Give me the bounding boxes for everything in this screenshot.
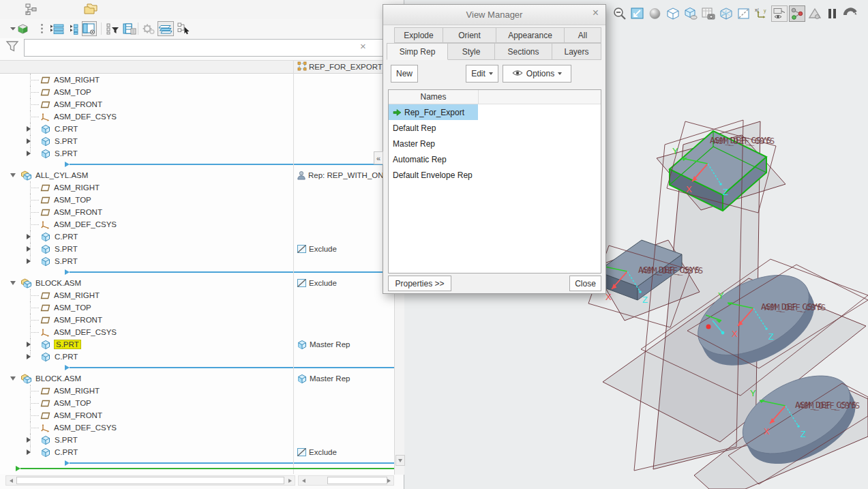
tree-row[interactable]: ASM_DEF_CSYS (0, 326, 394, 338)
tab-layers[interactable]: Layers (552, 43, 601, 60)
tree-row[interactable]: ASM_RIGHT (0, 74, 394, 86)
tree-row[interactable]: C.PRT (0, 231, 394, 243)
view-cube-icon[interactable] (15, 21, 30, 36)
edit-dropdown-button[interactable]: Edit (466, 65, 498, 83)
expand-arrow-icon[interactable] (27, 258, 31, 264)
new-button[interactable]: New (391, 65, 418, 83)
list-header[interactable]: Names (389, 90, 601, 104)
rep-list-item[interactable]: Default Envelope Rep (389, 167, 601, 183)
rep-list-item[interactable]: Rep_For_Export (389, 104, 601, 120)
tree-row[interactable]: BLOCK.ASMMaster Rep (0, 372, 394, 385)
scroll-right-button[interactable] (285, 476, 295, 485)
scroll-down-button[interactable] (395, 455, 405, 466)
tab-sections[interactable]: Sections (494, 43, 552, 60)
pause-icon[interactable] (824, 5, 841, 22)
tree-row[interactable]: ASM_FRONT (0, 98, 394, 110)
zoom-out-icon[interactable] (612, 5, 628, 22)
rep-status[interactable]: Exclude (293, 243, 394, 255)
expand-arrow-icon[interactable] (27, 449, 31, 455)
folders-icon[interactable] (83, 3, 100, 18)
tab-orient[interactable]: Orient (443, 27, 496, 43)
scrollbar-thumb[interactable] (327, 477, 387, 484)
tree-row[interactable]: S.PRT (0, 135, 394, 147)
search-input[interactable] (24, 39, 384, 57)
rep-list-item[interactable]: Automatic Rep (389, 151, 601, 167)
scroll-left-button[interactable] (6, 476, 16, 485)
expand-arrow-icon[interactable] (27, 126, 31, 132)
expand-all-icon[interactable] (49, 21, 64, 36)
tree-row[interactable]: ASM_FRONT (0, 409, 394, 421)
expand-arrow-icon[interactable] (27, 246, 31, 252)
tree-row[interactable]: ASM_DEF_CSYS (0, 110, 394, 123)
expand-arrow-icon[interactable] (27, 138, 31, 144)
collapse-arrow-icon[interactable] (10, 281, 16, 285)
wireframe-icon[interactable] (718, 5, 734, 22)
filter-funnel-icon[interactable] (5, 40, 20, 56)
tree-row[interactable]: C.PRT (0, 351, 394, 363)
ellipsis-icon[interactable] (34, 21, 49, 36)
refit-icon[interactable] (629, 5, 646, 22)
tree-row[interactable]: ASM_RIGHT (0, 289, 394, 301)
rep-status[interactable]: Exclude (293, 446, 394, 458)
scroll-left-button[interactable] (299, 476, 308, 485)
rep-list-item[interactable]: Default Rep (389, 120, 601, 136)
hidden-line-icon[interactable] (736, 5, 752, 22)
settings-gear-icon[interactable] (141, 21, 156, 36)
model-tree-icon[interactable] (25, 3, 38, 18)
spin-center-icon[interactable] (789, 5, 805, 22)
panel-collapse-button[interactable]: « (374, 151, 383, 164)
perspective-icon[interactable] (807, 5, 823, 22)
clear-search-icon[interactable]: × (360, 41, 366, 51)
tab-all[interactable]: All (564, 27, 601, 43)
select-items-icon[interactable] (177, 21, 192, 36)
collapse-arrow-icon[interactable] (10, 376, 16, 381)
collapse-arrow-icon[interactable] (10, 173, 16, 177)
annotation-display-icon[interactable] (771, 5, 788, 22)
tree-row[interactable]: C.PRTExclude (0, 446, 394, 458)
rep-list-item[interactable]: Master Rep (389, 136, 601, 151)
tab-style[interactable]: Style (447, 43, 495, 60)
saved-views-icon[interactable] (700, 5, 717, 22)
expand-arrow-icon[interactable] (27, 437, 31, 443)
tree-row[interactable]: BLOCK.ASMExclude (0, 277, 394, 289)
render-style-icon[interactable] (647, 5, 663, 22)
scrollbar-thumb[interactable] (16, 477, 284, 484)
display-style-icon[interactable] (665, 5, 681, 22)
tree-row[interactable]: ASM_DEF_CSYS (0, 218, 394, 231)
close-button[interactable]: Close (569, 276, 601, 291)
tree-row[interactable]: ASM_RIGHT (0, 181, 394, 194)
tree-row[interactable]: S.PRT (0, 255, 394, 267)
tab-explode[interactable]: Explode (394, 27, 443, 43)
layer-tree-icon[interactable] (158, 21, 174, 36)
rep-status[interactable]: Exclude (293, 277, 394, 289)
datum-display-icon[interactable]: x/y (753, 5, 770, 22)
tree-row[interactable]: ALL_CYL.ASMRep: REP_WITH_ON (0, 169, 394, 181)
clipped-view-icon[interactable] (842, 5, 858, 22)
rep-status[interactable]: Master Rep (293, 372, 394, 385)
tree-row[interactable]: S.PRT (0, 434, 394, 446)
rep-status[interactable]: Rep: REP_WITH_ON (293, 169, 394, 181)
tab-appearance[interactable]: Appearance (496, 27, 565, 43)
show-columns-icon[interactable] (82, 21, 97, 36)
close-icon[interactable]: × (593, 8, 599, 18)
tree-row[interactable]: ASM_TOP (0, 397, 394, 409)
tree-row[interactable]: S.PRT (0, 147, 394, 160)
tree-horizontal-scrollbar[interactable] (5, 475, 295, 486)
expand-arrow-icon[interactable] (27, 354, 31, 359)
tree-row[interactable]: ASM_TOP (0, 194, 394, 206)
tree-row[interactable]: S.PRTMaster Rep (0, 338, 394, 351)
filter-tree-icon[interactable] (106, 21, 121, 36)
tree-columns-icon[interactable] (122, 21, 137, 36)
tree-row[interactable]: ASM_TOP (0, 301, 394, 314)
rep-status[interactable]: Master Rep (293, 338, 394, 351)
tree-row[interactable]: ASM_DEF_CSYS (0, 421, 394, 434)
display-options-icon[interactable] (683, 5, 699, 22)
tree-row[interactable]: ASM_FRONT (0, 314, 394, 326)
tab-simp-rep[interactable]: Simp Rep (387, 43, 448, 60)
tree-row[interactable]: ASM_RIGHT (0, 385, 394, 397)
tree-row[interactable]: ASM_TOP (0, 86, 394, 98)
expand-arrow-icon[interactable] (27, 342, 31, 347)
collapse-all-icon[interactable] (68, 21, 83, 36)
tree-row[interactable]: C.PRT (0, 123, 394, 135)
options-dropdown-button[interactable]: Options (503, 65, 571, 83)
